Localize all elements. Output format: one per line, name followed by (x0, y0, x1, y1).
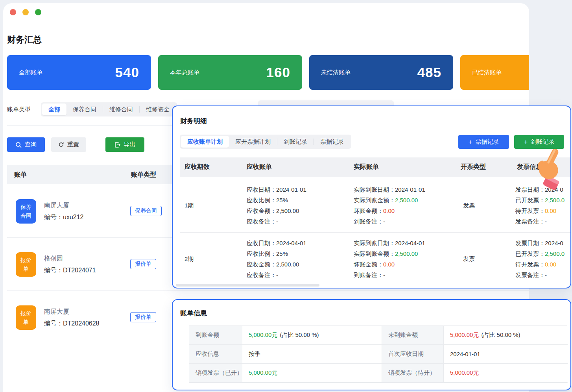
query-button[interactable]: 查询 (7, 137, 45, 152)
bill-code: 编号：uxu212 (44, 213, 84, 222)
actual-cell: 实际到账日期：2024-01-01 实际到账金额：2,500.00 坏账金额：0… (354, 184, 425, 227)
add-arrival-record-label: 到账记录 (531, 138, 554, 146)
bill-info-title: 账单信息 (180, 309, 207, 318)
reset-button-label: 重置 (67, 141, 79, 148)
bill-type-badge: 报价 单 (16, 305, 36, 330)
info-label-output-invoice-issued: 销项发票（已开） (189, 364, 242, 383)
badge-text: 保养 (20, 203, 31, 211)
stat-card-label: 未结清账单 (321, 69, 351, 76)
plus-icon: + (524, 138, 528, 146)
tab-invoice-plan[interactable]: 应开票据计划 (229, 136, 277, 148)
stat-card-unsettled-bills[interactable]: 未结清账单 485 (309, 55, 453, 90)
tab-repair-fund[interactable]: 维修资金 (140, 104, 176, 115)
bill-code: 编号：DT2024071 (44, 266, 96, 275)
info-label-output-invoice-pending: 销项发票（待开） (382, 364, 444, 383)
stat-card-year-bills[interactable]: 本年总账单 160 (158, 55, 302, 90)
info-value-unarrived-amount: 5,000.00元(占比 50.00 %) (444, 326, 568, 345)
column-header-invoice-type: 开票类型 (461, 163, 486, 171)
bill-name: 南屏大厦 (44, 308, 69, 316)
info-label-arrival-amount: 到账金额 (189, 326, 242, 345)
column-header-actual: 实际账单 (354, 163, 379, 171)
refresh-icon (58, 142, 64, 148)
column-header-receivable: 应收账单 (247, 163, 272, 171)
bill-code: 编号：DT20240628 (44, 320, 100, 328)
info-label-first-receivable-date: 首次应收日期 (382, 345, 444, 364)
bill-code-value: DT20240628 (63, 320, 100, 327)
export-button-label: 导出 (124, 141, 136, 148)
period-cell: 2期 (185, 232, 194, 286)
bill-code-label: 编号： (44, 267, 63, 274)
bill-code-label: 编号： (44, 214, 63, 220)
badge-text: 合同 (20, 211, 31, 220)
receivable-cell: 应收日期：2024-04-01 应收比例：25% 应收金额：2,500.00 应… (247, 238, 306, 280)
tab-all[interactable]: 全部 (42, 104, 66, 115)
badge-text: 单 (23, 318, 29, 326)
column-header-bill: 账单 (14, 171, 27, 179)
invoice-type-cell: 发票 (463, 232, 475, 286)
bill-info-panel: 账单信息 到账金额 5,000.00元(占比 50.00 %) 未到账金额 5,… (172, 299, 571, 390)
bill-type-tag: 报价单 (130, 312, 156, 322)
info-value-arrival-amount: 5,000.00元(占比 50.00 %) (242, 326, 382, 345)
divider (97, 139, 97, 150)
bill-name: 南屏大厦 (44, 202, 69, 210)
tab-receivable-bill-plan[interactable]: 应收账单计划 (181, 136, 229, 148)
stat-card-value: 540 (115, 65, 139, 80)
close-window-icon[interactable] (10, 9, 16, 15)
info-value-output-invoice-issued: 5,000.00元 (242, 364, 382, 383)
bill-info-table: 到账金额 5,000.00元(占比 50.00 %) 未到账金额 5,000.0… (189, 325, 567, 383)
info-value-first-receivable-date: 2024-01-01 (444, 345, 568, 364)
maximize-window-icon[interactable] (35, 9, 41, 15)
add-arrival-record-button[interactable]: + 到账记录 (514, 135, 564, 149)
tab-bill-records[interactable]: 票据记录 (314, 136, 350, 148)
stat-card-label: 已结清账单 (472, 69, 502, 76)
bill-type-badge: 报价 单 (16, 252, 36, 277)
info-label-receivable-info: 应收信息 (189, 345, 242, 364)
page-title: 财务汇总 (7, 34, 42, 46)
minimize-window-icon[interactable] (22, 9, 29, 15)
stat-card-value: 485 (417, 65, 441, 80)
invoice-info-cell: 发票日期：2024-0 已开发票：2,500.0 待开发票：0.00 发票备注：… (515, 238, 565, 280)
horizontal-scrollbar-thumb[interactable] (176, 284, 319, 287)
stat-card-settled-bills[interactable]: 已结清账单 (460, 55, 529, 90)
detail-row-period-2: 2期 应收日期：2024-04-01 应收比例：25% 应收金额：2,500.0… (173, 232, 570, 286)
badge-text: 报价 (20, 309, 31, 318)
bill-name: 格创园 (44, 255, 63, 263)
tab-maintenance-contract[interactable]: 保养合同 (66, 104, 103, 115)
bill-code-label: 编号： (44, 320, 63, 327)
bill-type-filter-tabs: 全部 保养合同 维修合同 维修资金 (41, 102, 177, 116)
info-label-unarrived-amount: 未到账金额 (382, 326, 444, 345)
search-icon (15, 142, 22, 148)
detail-panel-title: 财务明细 (180, 116, 207, 126)
actual-cell: 实际到账日期：2024-04-01 实际到账金额：2,500.00 坏账金额：0… (354, 238, 425, 280)
detail-row-period-1: 1期 应收日期：2024-01-01 应收比例：25% 应收金额：2,500.0… (173, 179, 570, 232)
badge-text: 报价 (20, 256, 31, 264)
tab-arrival-records[interactable]: 到账记录 (277, 136, 314, 148)
info-value-output-invoice-pending: 5,000.00元 (444, 364, 568, 383)
bill-type-tag: 保养合同 (130, 206, 162, 216)
bill-type-badge: 保养 合同 (16, 199, 36, 224)
export-icon (114, 142, 121, 148)
export-button[interactable]: 导出 (105, 137, 144, 152)
bill-type-tag: 报价单 (130, 259, 156, 269)
stat-card-label: 全部账单 (19, 69, 42, 76)
badge-text: 单 (23, 264, 29, 273)
stat-card-value: 160 (266, 65, 290, 80)
invoice-type-cell: 发票 (463, 179, 475, 232)
column-header-bill-type: 账单类型 (131, 171, 156, 179)
stat-card-all-bills[interactable]: 全部账单 540 (7, 55, 151, 90)
column-header-period: 应收期数 (185, 163, 210, 171)
add-bill-record-button[interactable]: + 票据记录 (458, 135, 509, 149)
finance-detail-panel: 财务明细 应收账单计划 应开票据计划 到账记录 票据记录 + 票据记录 + 到账… (172, 105, 571, 288)
info-value-receivable-info: 按季 (242, 345, 382, 364)
bill-code-value: uxu212 (63, 214, 84, 220)
tab-repair-contract[interactable]: 维修合同 (103, 104, 139, 115)
period-cell: 1期 (185, 179, 194, 232)
plus-icon: + (469, 138, 472, 146)
receivable-cell: 应收日期：2024-01-01 应收比例：25% 应收金额：2,500.00 应… (247, 184, 306, 227)
detail-table-header: 应收期数 应收账单 实际账单 开票类型 发票信息 (180, 157, 570, 177)
reset-button[interactable]: 重置 (51, 137, 86, 152)
stat-card-label: 本年总账单 (170, 69, 199, 76)
detail-tabs: 应收账单计划 应开票据计划 到账记录 票据记录 (180, 135, 351, 149)
hand-pointer-icon (530, 148, 571, 191)
bill-code-value: DT2024071 (63, 267, 96, 274)
